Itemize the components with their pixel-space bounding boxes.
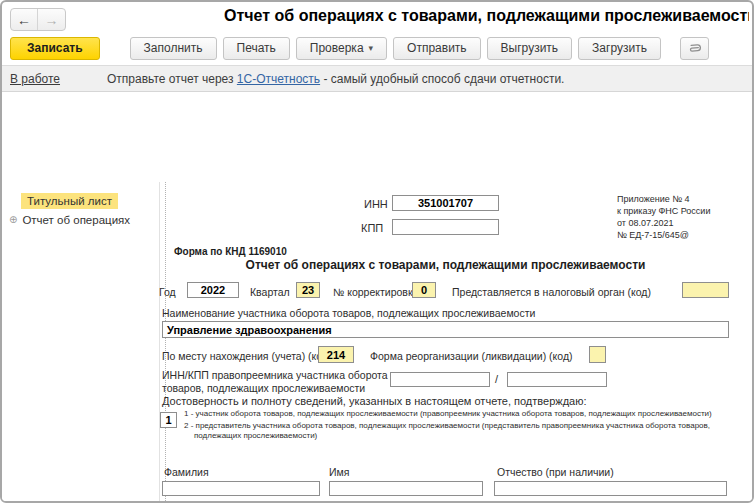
appendix-line: от 08.07.2021 (617, 217, 742, 229)
toolbar: Записать Заполнить Печать Проверка ▾ Отп… (10, 35, 748, 61)
successor-inn-kpp-label: ИНН/КПП правопреемника участника оборота… (162, 369, 397, 395)
middlename-field[interactable] (494, 481, 727, 496)
location-code-field[interactable]: 214 (318, 346, 354, 363)
correction-number-label: № корректировки (333, 286, 418, 298)
signer-option-1: 1 - участник оборота товаров, подлежащих… (184, 409, 744, 420)
app-window: ← → Отчет об операциях с товарами, подле… (0, 0, 754, 503)
kpp-label: КПП (361, 222, 383, 234)
send-button[interactable]: Отправить (393, 37, 481, 60)
inn-kpp-slash: / (495, 373, 498, 385)
participant-name-field[interactable]: Управление здравоохранения (162, 321, 729, 338)
status-message: Отправьте отчет через 1С-Отчетность - са… (107, 72, 564, 86)
back-arrow-icon: ← (17, 12, 31, 28)
year-field[interactable]: 2022 (187, 282, 239, 298)
nav-button-group: ← → (10, 8, 66, 31)
export-button[interactable]: Выгрузить (487, 37, 573, 60)
quarter-label: Квартал (250, 286, 290, 298)
knd-code-label: Форма по КНД 1169010 (174, 246, 287, 257)
tax-organ-code-label: Представляется в налоговый орган (код) (452, 286, 651, 298)
appendix-line: к приказу ФНС России (617, 205, 742, 217)
pane-splitter[interactable] (165, 182, 166, 501)
form-title: Отчет об операциях с товарами, подлежащи… (162, 258, 729, 272)
status-bar: В работе Отправьте отчет через 1С-Отчетн… (2, 65, 752, 92)
signer-code-field[interactable]: 1 (160, 412, 177, 428)
firstname-field[interactable] (329, 481, 483, 496)
forward-button[interactable]: → (38, 9, 65, 30)
successor-kpp-field[interactable] (507, 372, 607, 387)
appendix-line: № ЕД-7-15/645@ (617, 229, 742, 241)
signer-option-2: 2 - представитель участника оборота това… (184, 421, 744, 442)
kpp-field[interactable] (392, 219, 499, 235)
middlename-label: Отчество (при наличии) (497, 466, 614, 478)
status-message-suffix: - самый удобный способ сдачи отчетности. (320, 72, 564, 86)
status-state-link[interactable]: В работе (10, 72, 60, 86)
confirmation-label: Достоверность и полноту сведений, указан… (162, 395, 586, 407)
signer-options: 1 - участник оборота товаров, подлежащих… (184, 409, 744, 443)
inn-field[interactable]: 351001707 (392, 195, 499, 211)
check-dropdown-button[interactable]: Проверка ▾ (296, 37, 387, 60)
print-button[interactable]: Печать (223, 37, 290, 60)
appendix-line: Приложение № 4 (617, 193, 742, 205)
status-message-prefix: Отправьте отчет через (107, 72, 237, 86)
chevron-down-icon: ▾ (369, 43, 374, 53)
sidebar-item-label: Отчет об операциях (22, 214, 130, 226)
correction-number-field[interactable]: 0 (412, 282, 436, 298)
back-button[interactable]: ← (11, 9, 38, 30)
page-title: Отчет об операциях с товарами, подлежащи… (224, 7, 749, 29)
import-button[interactable]: Загрузить (578, 37, 661, 60)
expand-icon[interactable]: ⊕ (9, 215, 17, 225)
attachments-button[interactable] (680, 37, 709, 60)
lastname-label: Фамилия (164, 466, 209, 478)
1c-reporting-link[interactable]: 1С-Отчетность (237, 72, 320, 86)
lastname-field[interactable] (162, 481, 320, 496)
check-label: Проверка (310, 41, 364, 55)
paperclip-icon (685, 38, 705, 58)
year-label: Год (159, 286, 176, 298)
tax-organ-code-field[interactable] (682, 282, 729, 298)
reorganization-code-field[interactable] (589, 346, 606, 363)
inn-label: ИНН (364, 198, 388, 210)
location-code-label: По месту нахождения (учета) (код) (162, 350, 332, 362)
forward-arrow-icon: → (45, 12, 59, 28)
sidebar-divider (159, 182, 160, 501)
content-area: Титульный лист ⊕ Отчет об операциях ИНН … (2, 92, 752, 501)
sidebar-item-operations-report[interactable]: ⊕ Отчет об операциях (9, 214, 130, 226)
sidebar-item-title-page[interactable]: Титульный лист (21, 193, 118, 209)
participant-name-label: Наименование участника оборота товаров, … (162, 307, 535, 319)
quarter-field[interactable]: 23 (296, 282, 320, 298)
successor-inn-field[interactable] (390, 372, 490, 387)
save-button[interactable]: Записать (10, 37, 100, 60)
fill-button[interactable]: Заполнить (130, 37, 217, 60)
reorganization-code-label: Форма реорганизации (ликвидации) (код) (370, 350, 573, 362)
appendix-note: Приложение № 4 к приказу ФНС России от 0… (617, 193, 742, 241)
firstname-label: Имя (329, 466, 349, 478)
